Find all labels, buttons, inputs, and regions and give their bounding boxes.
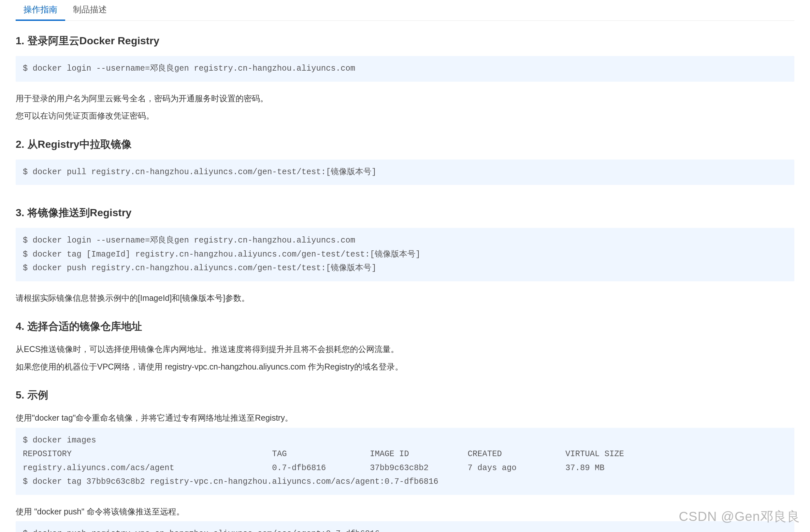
section-1-code: $ docker login --username=邓良良gen registr… [16,56,794,82]
tabs-bar: 操作指南 制品描述 [16,0,794,21]
section-2-title: 2. 从Registry中拉取镜像 [16,137,794,152]
section-3-p1: 请根据实际镜像信息替换示例中的[ImageId]和[镜像版本号]参数。 [16,290,794,306]
section-4-p2: 如果您使用的机器位于VPC网络，请使用 registry-vpc.cn-hang… [16,359,794,375]
section-5-p1: 使用"docker tag"命令重命名镜像，并将它通过专有网络地址推送至Regi… [16,410,794,426]
section-3-code: $ docker login --username=邓良良gen registr… [16,228,794,281]
section-5-code1: $ docker images REPOSITORY TAG IMAGE ID … [16,428,794,495]
section-1-title: 1. 登录阿里云Docker Registry [16,34,794,48]
section-2-code: $ docker pull registry.cn-hangzhou.aliyu… [16,160,794,185]
section-4-title: 4. 选择合适的镜像仓库地址 [16,319,794,334]
section-3-title: 3. 将镜像推送到Registry [16,206,794,220]
section-4-p1: 从ECS推送镜像时，可以选择使用镜像仓库内网地址。推送速度将得到提升并且将不会损… [16,342,794,357]
section-1-p2: 您可以在访问凭证页面修改凭证密码。 [16,108,794,124]
section-1-p1: 用于登录的用户名为阿里云账号全名，密码为开通服务时设置的密码。 [16,91,794,106]
tab-guide[interactable]: 操作指南 [16,0,65,20]
section-5-p2: 使用 "docker push" 命令将该镜像推送至远程。 [16,504,794,520]
tab-description[interactable]: 制品描述 [65,0,115,20]
section-5-code2: $ docker push registry-vpc.cn-hangzhou.a… [16,521,794,532]
section-5-title: 5. 示例 [16,388,794,402]
